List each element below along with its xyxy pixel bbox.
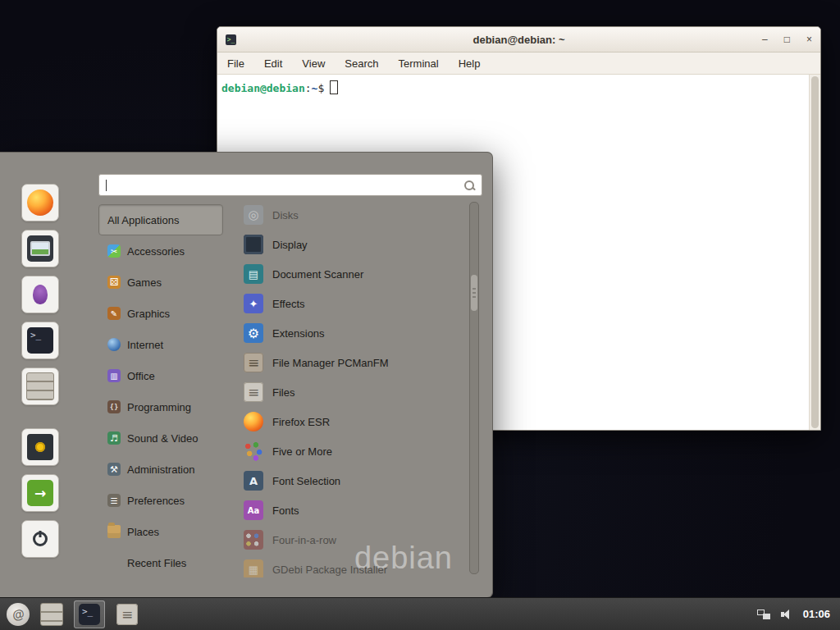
app-label: Firefox ESR xyxy=(272,416,330,428)
favorite-mascot-app[interactable] xyxy=(21,276,59,313)
menu-help[interactable]: Help xyxy=(459,57,481,70)
category-sound-video[interactable]: Sound & Video xyxy=(98,422,223,454)
app-item-four-in-a-row[interactable]: Four-in-a-row xyxy=(232,525,467,555)
category-label: Office xyxy=(127,370,155,382)
category-accessories[interactable]: Accessories xyxy=(98,235,223,267)
category-recent-files[interactable]: Recent Files xyxy=(98,547,223,578)
favorite-terminal[interactable] xyxy=(21,322,59,359)
taskbar-clock[interactable]: 01:06 xyxy=(803,608,830,620)
application-menu-panel: debian xyxy=(0,152,493,598)
lock-screen-icon xyxy=(27,434,53,460)
terminal-titlebar[interactable]: debian@debian: ~ – □ × xyxy=(217,27,820,52)
app-label: Files xyxy=(272,386,294,399)
favorites-column xyxy=(10,184,71,558)
favorite-firefox[interactable] xyxy=(21,184,59,221)
menu-search[interactable]: Search xyxy=(345,57,378,70)
places-icon xyxy=(107,525,121,538)
menu-launcher-button[interactable] xyxy=(7,603,30,626)
terminal-icon xyxy=(27,327,53,354)
menu-search-box[interactable] xyxy=(98,174,482,196)
shutdown-button[interactable] xyxy=(21,520,59,558)
menu-file[interactable]: File xyxy=(227,57,244,70)
category-label: Sound & Video xyxy=(127,432,199,445)
app-item-document-scanner[interactable]: Document Scanner xyxy=(232,259,467,289)
lock-screen-button[interactable] xyxy=(21,428,59,466)
programming-icon xyxy=(107,400,121,413)
app-label: Effects xyxy=(272,298,305,310)
app-list-scrollbar[interactable] xyxy=(469,202,479,574)
app-label: Font Selection xyxy=(272,475,340,487)
terminal-scrollbar[interactable] xyxy=(809,75,820,430)
terminal-cursor xyxy=(330,80,338,94)
games-icon xyxy=(107,276,121,289)
search-input[interactable] xyxy=(108,179,463,191)
search-caret xyxy=(106,180,107,191)
maximize-button[interactable]: □ xyxy=(784,27,790,52)
category-office[interactable]: Office xyxy=(98,360,223,391)
minimize-button[interactable]: – xyxy=(762,27,768,52)
five-or-more-icon xyxy=(244,441,263,461)
app-label: Display xyxy=(272,239,308,251)
category-label: Graphics xyxy=(127,308,170,320)
category-list: All Applications Accessories Games Graph… xyxy=(98,204,223,578)
category-label: Games xyxy=(127,276,162,289)
category-all-applications[interactable]: All Applications xyxy=(98,204,223,235)
favorite-photos[interactable] xyxy=(21,230,59,267)
sound-video-icon xyxy=(107,431,121,445)
terminal-icon xyxy=(79,604,100,625)
category-label: Preferences xyxy=(127,495,185,507)
network-icon[interactable] xyxy=(757,609,770,620)
firefox-icon xyxy=(244,412,263,431)
app-label: Five or More xyxy=(272,445,332,458)
menu-view[interactable]: View xyxy=(302,57,325,70)
logout-button[interactable] xyxy=(21,474,59,512)
favorite-file-manager[interactable] xyxy=(21,368,59,405)
font-selection-icon xyxy=(244,471,263,491)
category-programming[interactable]: Programming xyxy=(98,391,223,422)
app-item-extensions[interactable]: Extensions xyxy=(232,318,467,348)
app-item-files[interactable]: Files xyxy=(232,377,467,407)
app-item-gdebi[interactable]: GDebi Package Installer xyxy=(232,555,467,578)
terminal-scrollbar-thumb[interactable] xyxy=(811,76,819,428)
app-label: File Manager PCManFM xyxy=(272,357,389,369)
category-preferences[interactable]: Preferences xyxy=(98,485,223,516)
volume-icon[interactable] xyxy=(780,608,793,621)
menu-edit[interactable]: Edit xyxy=(264,57,282,70)
application-list: Disks Display Document Scanner Effects E… xyxy=(232,200,467,578)
category-places[interactable]: Places xyxy=(98,516,223,547)
app-item-display[interactable]: Display xyxy=(232,230,467,259)
taskbar-file-manager[interactable] xyxy=(36,600,67,628)
taskbar-terminal-active[interactable] xyxy=(74,600,105,628)
category-label: Recent Files xyxy=(127,557,186,569)
app-label: Fonts xyxy=(272,504,299,517)
menu-terminal[interactable]: Terminal xyxy=(399,57,439,70)
app-item-effects[interactable]: Effects xyxy=(232,289,467,318)
window-title: debian@debian: ~ xyxy=(217,34,820,46)
app-item-firefox-esr[interactable]: Firefox ESR xyxy=(232,407,467,436)
app-item-fonts[interactable]: Fonts xyxy=(232,495,467,525)
document-scanner-icon xyxy=(244,264,263,284)
display-icon xyxy=(244,235,263,254)
firefox-icon xyxy=(27,189,53,216)
app-item-pcmanfm[interactable]: File Manager PCManFM xyxy=(232,348,467,377)
category-internet[interactable]: Internet xyxy=(98,329,223,360)
taskbar-files[interactable] xyxy=(112,600,143,628)
category-graphics[interactable]: Graphics xyxy=(98,298,223,329)
accessories-icon xyxy=(107,244,121,258)
category-administration[interactable]: Administration xyxy=(98,454,223,485)
app-item-five-or-more[interactable]: Five or More xyxy=(232,436,467,466)
app-item-font-selection[interactable]: Font Selection xyxy=(232,466,467,495)
extensions-icon xyxy=(244,323,263,343)
purple-mascot-icon xyxy=(27,281,53,308)
graphics-icon xyxy=(107,307,121,320)
photos-icon xyxy=(27,235,53,262)
administration-icon xyxy=(107,463,121,476)
search-icon xyxy=(463,180,475,191)
terminal-app-icon xyxy=(226,34,236,45)
session-buttons xyxy=(21,428,59,558)
internet-icon xyxy=(107,338,121,351)
category-games[interactable]: Games xyxy=(98,267,223,298)
app-item-disks[interactable]: Disks xyxy=(232,200,467,230)
app-list-scrollbar-thumb[interactable] xyxy=(471,275,477,311)
close-button[interactable]: × xyxy=(806,27,812,52)
